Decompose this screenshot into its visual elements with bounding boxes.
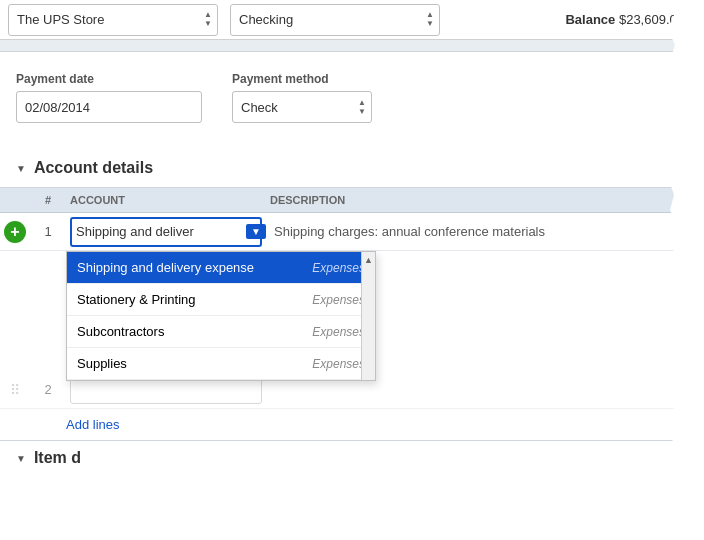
balance-display: Balance $23,609.05 xyxy=(565,12,696,27)
spacer xyxy=(0,40,704,52)
col-account-header: ACCOUNT xyxy=(66,194,266,206)
add-icon[interactable]: + xyxy=(4,221,26,243)
section-label: Account details xyxy=(34,159,153,177)
dropdown-item-0[interactable]: Shipping and delivery expense Expenses xyxy=(67,252,375,284)
col-num-header: # xyxy=(30,194,66,206)
account-select-wrapper[interactable]: Checking ▲ ▼ xyxy=(230,4,440,36)
account-dropdown-button[interactable]: ▼ xyxy=(246,224,266,239)
col-desc-header: DESCRIPTION xyxy=(266,194,704,206)
top-bar: The UPS Store ▲ ▼ Checking ▲ ▼ Balance $… xyxy=(0,0,704,40)
dropdown-item-1-category: Expenses xyxy=(312,293,365,307)
payment-method-field: Payment method Check ▲ ▼ xyxy=(232,72,372,123)
col-drag-header xyxy=(0,194,30,206)
item-d-section[interactable]: Item d xyxy=(0,440,704,475)
form-row: Payment date Payment method Check ▲ ▼ xyxy=(16,72,688,123)
add-lines-row: Add lines xyxy=(0,409,704,440)
dropdown-item-1[interactable]: Stationery & Printing Expenses xyxy=(67,284,375,316)
payment-date-input[interactable] xyxy=(16,91,202,123)
balance-label: Balance xyxy=(565,12,615,27)
payment-date-label: Payment date xyxy=(16,72,202,86)
row-1-num: 1 xyxy=(30,224,66,239)
row-2-num: 2 xyxy=(30,382,66,397)
dropdown-item-2[interactable]: Subcontractors Expenses xyxy=(67,316,375,348)
row-1-description: Shipping charges: annual conference mate… xyxy=(266,224,704,239)
account-dropdown-list: Shipping and delivery expense Expenses S… xyxy=(66,251,376,381)
dropdown-item-1-label: Stationery & Printing xyxy=(77,292,196,307)
dropdown-scrollbar[interactable]: ▲ xyxy=(361,252,375,380)
vendor-select[interactable]: The UPS Store xyxy=(8,4,218,36)
dropdown-item-0-category: Expenses xyxy=(312,261,365,275)
add-row-button[interactable]: + xyxy=(0,221,30,243)
dropdown-item-0-label: Shipping and delivery expense xyxy=(77,260,254,275)
account-table: # ACCOUNT DESCRIPTION + 1 ▼ Shipping cha… xyxy=(0,187,704,440)
form-area: Payment date Payment method Check ▲ ▼ xyxy=(0,52,704,149)
table-row: + 1 ▼ Shipping charges: annual conferenc… xyxy=(0,213,704,251)
row-1-account-cell: ▼ xyxy=(66,217,266,247)
balance-value: $23,609.05 xyxy=(619,12,684,27)
dropdown-item-3-category: Expenses xyxy=(312,357,365,371)
add-lines-button[interactable]: Add lines xyxy=(66,417,119,432)
payment-date-field: Payment date xyxy=(16,72,202,123)
dropdown-item-3[interactable]: Supplies Expenses xyxy=(67,348,375,380)
dropdown-item-2-label: Subcontractors xyxy=(77,324,164,339)
scroll-up-icon[interactable]: ▲ xyxy=(364,255,373,265)
account-input[interactable] xyxy=(76,224,244,239)
drag-handle-icon[interactable]: ⠿ xyxy=(10,382,20,398)
dropdown-item-3-label: Supplies xyxy=(77,356,127,371)
payment-method-select[interactable]: Check xyxy=(232,91,372,123)
account-details-header[interactable]: Account details xyxy=(0,149,704,187)
row-2-drag[interactable]: ⠿ xyxy=(0,382,30,398)
payment-method-label: Payment method xyxy=(232,72,372,86)
vendor-select-wrapper[interactable]: The UPS Store ▲ ▼ xyxy=(8,4,218,36)
payment-method-select-wrapper[interactable]: Check ▲ ▼ xyxy=(232,91,372,123)
table-header: # ACCOUNT DESCRIPTION xyxy=(0,188,704,213)
account-input-wrapper[interactable]: ▼ xyxy=(70,217,262,247)
dropdown-item-2-category: Expenses xyxy=(312,325,365,339)
account-select[interactable]: Checking xyxy=(230,4,440,36)
item-d-label: Item d xyxy=(34,449,81,467)
